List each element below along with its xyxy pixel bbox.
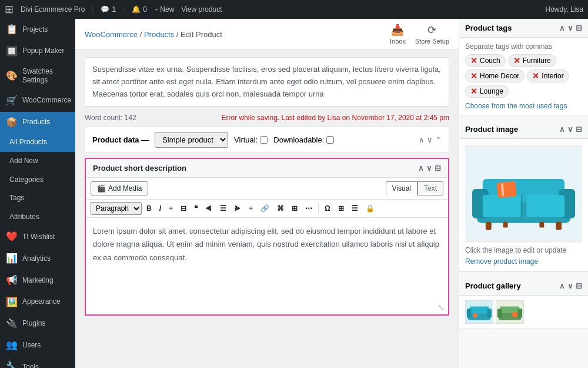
tags-toggle-icon[interactable]: ⊟ [576,24,582,32]
view-product-link[interactable]: View product [181,5,222,14]
unlink-button[interactable]: ⌘ [274,203,287,214]
store-setup-label: Store Setup [415,38,449,45]
image-down-icon[interactable]: ∨ [567,125,573,134]
short-desc-up-icon[interactable]: ∧ [418,164,424,173]
sidebar-item-categories[interactable]: Categories [0,171,75,190]
product-image-thumbnail[interactable] [465,145,582,243]
virtual-checkbox[interactable] [260,136,268,144]
editor-resize-handle[interactable]: ⤡ [86,300,448,314]
inbox-label: Inbox [390,38,406,45]
gallery-up-icon[interactable]: ∧ [559,281,565,290]
editor-formatting-toolbar: Paragraph B I ≡ ⊟ ❝ ⫷ ☰ ⫸ ≡ 🔗 ⌘ ⊞ [86,200,448,218]
wishlist-icon: ❤️ [6,231,18,243]
sidebar-item-label: Attributes [9,213,39,222]
image-toggle-icon[interactable]: ⊟ [576,125,582,134]
table-button[interactable]: ⊞ [335,203,347,214]
projects-icon: 📋 [6,24,18,36]
tags-up-icon[interactable]: ∧ [559,24,565,32]
inbox-button[interactable]: 📥 Inbox [390,24,406,45]
sidebar-item-all-products[interactable]: All Products [0,133,75,152]
virtual-check: Virtual: [234,135,268,144]
woocommerce-icon: 🛒 [6,95,18,107]
tags-down-icon[interactable]: ∨ [567,24,573,32]
product-type-select[interactable]: Simple product [155,132,228,148]
notifications-icon[interactable]: 🔔 0 [132,5,147,14]
admin-bar: ⊞ Divi Ecommerce Pro | 💬 1 | 🔔 0 + New V… [0,0,588,19]
sidebar-item-swatches-settings[interactable]: 🎨 Swatches Settings [0,62,75,90]
sidebar-item-appearance[interactable]: 🖼️ Appearance [0,291,75,313]
short-desc-toggle-icon[interactable]: ⊟ [435,164,441,173]
italic-button[interactable]: I [156,203,164,214]
sidebar-item-projects[interactable]: 📋 Projects [0,19,75,41]
tag-label: Lounge [480,87,503,95]
special-chars-button[interactable]: Ω [322,203,333,214]
choose-tags-link[interactable]: Choose from the most used tags [465,102,567,110]
add-media-button[interactable]: 🎬 Add Media [91,181,148,195]
remove-home-decor-tag[interactable]: ✕ [470,71,477,81]
remove-furniture-tag[interactable]: ✕ [513,56,520,65]
site-name[interactable]: Divi Ecommerce Pro [21,5,85,14]
image-up-icon[interactable]: ∧ [559,125,565,134]
sidebar-item-analytics[interactable]: 📊 Analytics [0,248,75,270]
editor-body[interactable]: Lorem ipsum dolor sit amet, consectetur … [86,218,448,300]
editor-toolbar-top: 🎬 Add Media Visual Text [86,178,448,200]
gallery-thumb-2[interactable] [496,300,524,324]
lock-button[interactable]: 🔒 [363,203,377,214]
blockquote-button[interactable]: ❝ [191,203,201,214]
editor-section: Suspendisse vitae ex urna. Suspendisse f… [75,50,459,368]
gallery-thumb-1[interactable] [465,300,493,324]
visual-tab[interactable]: Visual [386,181,417,195]
svg-rect-19 [473,313,477,318]
sidebar-item-label: Marketing [22,276,54,286]
sidebar-item-ti-wishlist[interactable]: ❤️ TI Wishlist [0,226,75,248]
more-button[interactable]: ⋯ [302,203,315,214]
store-setup-button[interactable]: ⟳ Store Setup [415,24,449,45]
svg-rect-5 [483,195,521,217]
sidebar-item-add-new[interactable]: Add New [0,152,75,171]
appearance-icon: 🖼️ [6,296,18,309]
align-justify-button[interactable]: ≡ [246,203,256,214]
sidebar-item-tools[interactable]: 🔧 Tools [0,356,75,368]
insert-button[interactable]: ⊞ [289,203,300,214]
svg-rect-10 [486,222,492,230]
ul-button[interactable]: ≡ [166,203,176,214]
ol-button[interactable]: ⊟ [178,203,189,214]
image-click-label: Click the image to edit or update [465,246,582,254]
svg-rect-13 [539,222,544,228]
breadcrumb-products[interactable]: Products [144,30,174,39]
product-data-arrows[interactable]: ∧ ∨ ⌃ [419,135,442,144]
sidebar-item-woocommerce[interactable]: 🛒 WooCommerce [0,90,75,112]
wp-logo[interactable]: ⊞ [5,3,14,16]
remove-lounge-tag[interactable]: ✕ [470,87,477,96]
align-left-button[interactable]: ⫷ [202,203,215,214]
bold-button[interactable]: B [143,203,155,214]
new-button[interactable]: + New [154,5,174,14]
sidebar-item-label: Projects [22,25,48,35]
toolbar2-button[interactable]: ☰ [349,203,361,214]
gallery-down-icon[interactable]: ∨ [567,281,573,290]
sidebar-item-products[interactable]: 📦 Products [0,112,75,134]
downloadable-checkbox[interactable] [326,136,334,144]
sidebar-item-marketing[interactable]: 📢 Marketing [0,270,75,291]
svg-rect-25 [512,312,518,317]
text-tab[interactable]: Text [417,181,443,195]
short-desc-down-icon[interactable]: ∨ [426,164,432,173]
sidebar-item-users[interactable]: 👥 Users [0,334,75,356]
remove-image-link[interactable]: Remove product image [465,257,538,266]
comments-icon[interactable]: 💬 1 [101,5,116,14]
sidebar-item-attributes[interactable]: Attributes [0,208,75,227]
svg-rect-16 [470,306,489,313]
align-right-button[interactable]: ⫸ [231,203,244,214]
breadcrumb-woocommerce[interactable]: WooCommerce [85,30,138,39]
gallery-toggle-icon[interactable]: ⊟ [576,281,582,290]
gallery-controls: ∧ ∨ ⊟ [559,281,582,290]
remove-interior-tag[interactable]: ✕ [532,71,539,81]
product-image-controls: ∧ ∨ ⊟ [559,125,582,134]
link-button[interactable]: 🔗 [258,203,272,214]
remove-couch-tag[interactable]: ✕ [470,56,477,65]
sidebar-item-tags[interactable]: Tags [0,189,75,208]
sidebar-item-popup-maker[interactable]: 🔲 Popup Maker [0,41,75,62]
align-center-button[interactable]: ☰ [217,203,229,214]
paragraph-select[interactable]: Paragraph [91,202,142,215]
sidebar-item-plugins[interactable]: 🔌 Plugins [0,313,75,335]
